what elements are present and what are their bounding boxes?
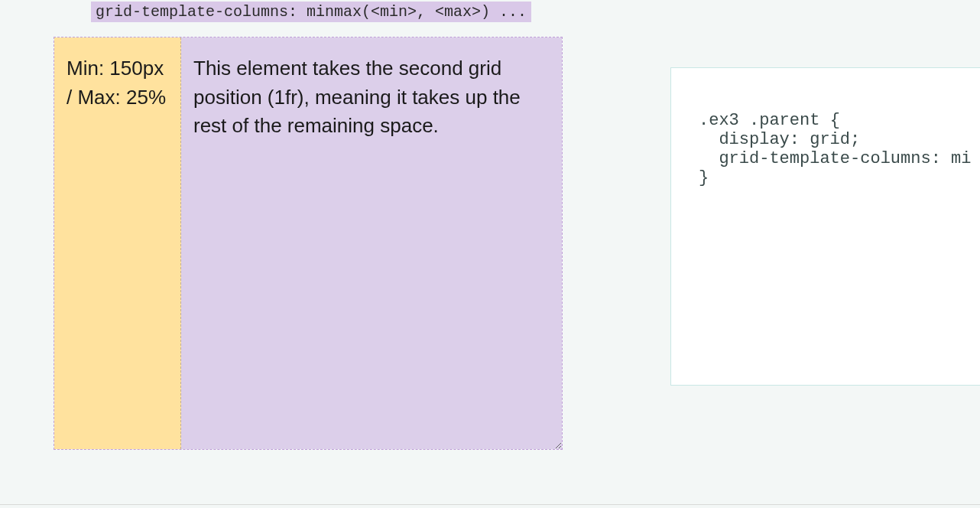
grid-demo-container[interactable]: Min: 150px / Max: 25% This element takes… bbox=[54, 37, 563, 450]
syntax-code-line: grid-template-columns: minmax(<min>, <ma… bbox=[91, 2, 531, 22]
grid-column-minmax: Min: 150px / Max: 25% bbox=[54, 37, 181, 449]
code-line: .ex3 .parent { bbox=[699, 111, 840, 130]
code-line: grid-template-columns: mi bbox=[699, 149, 980, 168]
grid-column-fr: This element takes the second grid posit… bbox=[181, 37, 562, 449]
code-line: } bbox=[699, 168, 709, 187]
css-code-panel: .ex3 .parent { display: grid;grid-templa… bbox=[670, 67, 980, 386]
code-line: display: grid; bbox=[699, 130, 980, 149]
divider bbox=[0, 504, 980, 505]
